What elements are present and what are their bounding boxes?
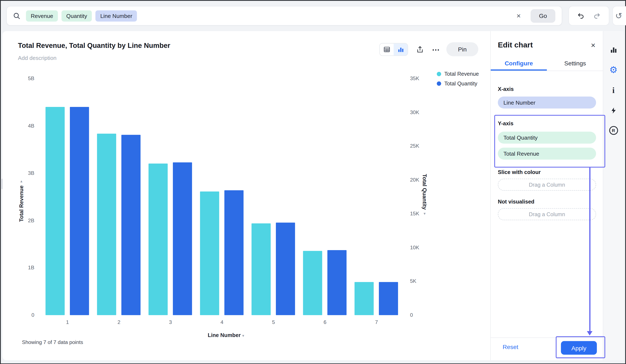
- right-axis-tick: 0: [410, 312, 430, 318]
- left-axis-tick: 0: [10, 312, 34, 318]
- x-axis-tick: 5: [262, 319, 285, 325]
- tab-settings[interactable]: Settings: [547, 56, 603, 71]
- right-axis-tick: 25K: [410, 143, 430, 149]
- slice-with-colour-label: Slice with colour: [498, 169, 541, 175]
- bar-total-revenue[interactable]: [97, 134, 116, 315]
- bar-total-quantity[interactable]: [276, 222, 295, 315]
- search-icon: [13, 12, 20, 19]
- x-axis-tick: 3: [158, 319, 182, 325]
- x-axis-tick: 2: [107, 319, 131, 325]
- lightning-icon[interactable]: [606, 103, 621, 118]
- right-axis-tick: 35K: [410, 75, 430, 81]
- bar-total-revenue[interactable]: [149, 164, 168, 315]
- clear-search-icon[interactable]: ✕: [512, 13, 525, 19]
- app-window: Revenue Quantity Line Number ✕ Go ↺ Tota…: [0, 0, 626, 364]
- bar-total-quantity[interactable]: [121, 135, 141, 315]
- edit-chart-panel: Edit chart ✕ Configure Settings X-axis L…: [490, 31, 603, 360]
- x-axis-tick: 6: [313, 319, 337, 325]
- undo-redo-group: [569, 6, 609, 26]
- bar-total-quantity[interactable]: [70, 107, 89, 315]
- search-token-quantity[interactable]: Quantity: [61, 10, 92, 21]
- left-axis-tick: 5B: [10, 75, 34, 81]
- apply-button[interactable]: Apply: [561, 341, 597, 355]
- left-axis-tick: 2B: [10, 218, 34, 223]
- right-axis-tick: 30K: [410, 109, 430, 115]
- right-axis-tick: 10K: [410, 244, 430, 250]
- tab-configure[interactable]: Configure: [491, 56, 547, 71]
- history-icon[interactable]: ↺: [615, 11, 622, 20]
- right-axis-tick: 20K: [410, 177, 430, 183]
- history-group: ↺: [613, 6, 626, 26]
- r-analysis-icon[interactable]: R: [606, 123, 621, 138]
- bar-total-quantity[interactable]: [224, 190, 243, 315]
- x-axis-column-pill[interactable]: Line Number: [498, 97, 596, 109]
- y-axis-column-pill-quantity[interactable]: Total Quantity: [498, 132, 596, 144]
- bar-total-revenue[interactable]: [303, 251, 322, 315]
- redo-icon[interactable]: [593, 12, 601, 20]
- y-axis-section-label: Y-axis: [498, 120, 513, 126]
- search-token-revenue[interactable]: Revenue: [26, 10, 58, 21]
- undo-icon[interactable]: [577, 12, 585, 20]
- data-points-count: Showing 7 of 7 data points: [22, 339, 83, 345]
- bar-total-revenue[interactable]: [46, 107, 65, 315]
- chart-type-icon[interactable]: [606, 43, 621, 57]
- bar-total-quantity[interactable]: [173, 162, 192, 315]
- search-bar[interactable]: Revenue Quantity Line Number ✕ Go: [6, 6, 562, 26]
- left-axis-tick: 3B: [10, 170, 34, 176]
- bar-total-revenue[interactable]: [252, 223, 271, 315]
- bar-total-revenue[interactable]: [200, 192, 219, 315]
- go-button[interactable]: Go: [531, 9, 555, 23]
- panel-footer-divider: [491, 337, 603, 338]
- x-axis-tick: 4: [210, 319, 234, 325]
- edit-panel-tabs: Configure Settings: [491, 56, 603, 71]
- left-axis-tick: 1B: [10, 265, 34, 271]
- main-panel: Total Revenue, Total Quantity by Line Nu…: [2, 31, 624, 360]
- bar-total-quantity[interactable]: [379, 282, 398, 315]
- left-axis-tick: 4B: [10, 123, 34, 129]
- x-axis-tick: 1: [55, 319, 79, 325]
- not-visualised-label: Not visualised: [498, 199, 534, 205]
- not-visualised-drop-zone[interactable]: Drag a Column: [498, 208, 596, 220]
- right-icon-rail: ⚙ i R: [603, 31, 624, 360]
- x-axis-section-label: X-axis: [498, 86, 514, 92]
- search-token-line-number[interactable]: Line Number: [95, 10, 137, 21]
- bar-total-revenue[interactable]: [354, 282, 374, 315]
- y-axis-column-pill-revenue[interactable]: Total Revenue: [498, 148, 596, 160]
- slice-drop-zone[interactable]: Drag a Column: [498, 179, 596, 191]
- reset-button[interactable]: Reset: [503, 344, 518, 350]
- info-icon[interactable]: i: [606, 83, 621, 97]
- right-axis-tick: 5K: [410, 278, 430, 284]
- x-axis-tick: 7: [364, 319, 388, 325]
- close-icon[interactable]: ✕: [590, 42, 596, 49]
- gear-icon[interactable]: ⚙: [606, 63, 621, 77]
- edit-panel-title: Edit chart: [498, 41, 533, 50]
- right-axis-tick: 15K: [410, 211, 430, 216]
- bar-total-quantity[interactable]: [327, 250, 347, 315]
